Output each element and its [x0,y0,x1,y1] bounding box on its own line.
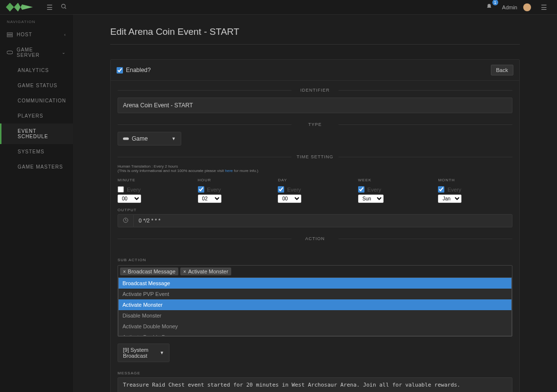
sub-action-multiselect[interactable]: ×Broadcast Message ×Activate Monster Bro… [118,265,512,337]
type-section-label: TYPE [118,122,512,127]
dropdown-option[interactable]: Broadcast Message [119,278,511,289]
channel-select[interactable]: [9] System Broadcast ▼ [118,343,170,362]
dropdown-option[interactable]: Activate Double Drop [119,332,511,336]
day-column: DAY Every 00 [278,178,352,203]
svg-rect-3 [7,35,13,37]
type-select[interactable]: Game ▼ [118,132,181,146]
caret-down-icon: ▼ [160,350,164,355]
search-icon[interactable] [57,1,71,13]
main-content: Edit Arena Coin Event - START Enabled? B… [73,15,557,392]
chevron-down-icon: ⌄ [62,50,66,55]
identifier-input[interactable] [118,98,512,113]
chevron-left-icon: ‹ [64,32,66,37]
caret-down-icon: ▼ [171,136,176,141]
day-every-checkbox[interactable] [278,186,284,193]
dropdown-option[interactable]: Activate PVP Event [119,289,511,299]
page-title: Edit Arena Coin Event - START [110,26,520,45]
nav-host[interactable]: HOST ‹ [0,27,73,42]
topbar-menu-button[interactable]: ☰ [537,1,551,13]
back-button[interactable]: Back [491,65,513,75]
translation-note: Human Translation : Every 2 hours (This … [118,164,512,173]
nav-analytics[interactable]: ANALYTICS [0,63,73,78]
minute-select[interactable]: 00 [118,195,141,203]
sub-action-dropdown: Broadcast Message Activate PVP Event Act… [118,277,512,336]
minute-every-checkbox[interactable] [118,186,124,193]
gamepad-icon [7,50,13,55]
enabled-checkbox-label[interactable]: Enabled? [117,67,151,74]
time-setting-section-label: TIME SETTING [118,154,512,159]
admin-label: Admin [502,4,517,10]
clock-icon [118,214,134,227]
nav-section-title: NAVIGATION [0,15,73,27]
nav-systems[interactable]: SYSTEMS [0,144,73,159]
week-every-checkbox[interactable] [358,186,364,193]
avatar[interactable] [523,3,531,11]
notification-badge: 1 [492,0,498,5]
output-label: OUTPUT [118,208,512,212]
month-every-checkbox[interactable] [438,186,444,193]
svg-rect-2 [7,33,13,34]
week-column: WEEK Every Sun [358,178,433,203]
tag-broadcast-message: ×Broadcast Message [120,268,178,275]
nav-event-schedule[interactable]: EVENT SCHEDULE [0,123,73,144]
translation-help-link[interactable]: here [225,169,233,173]
enabled-checkbox[interactable] [117,67,123,74]
nav-game-masters[interactable]: GAME MASTERS [0,159,73,174]
form-panel: Enabled? Back IDENTIFIER TYPE Game ▼ TIM… [110,59,520,392]
month-select[interactable]: Jan [438,195,461,203]
hour-column: HOUR Every 02 [198,178,272,203]
message-label: MESSAGE [118,371,512,375]
hour-select[interactable]: 02 [198,195,221,203]
notifications-button[interactable]: 1 [482,1,496,13]
nav-game-status[interactable]: GAME STATUS [0,78,73,93]
minute-column: MINUTE Every 00 [118,178,192,203]
logo [6,3,33,12]
remove-tag-button[interactable]: × [183,269,186,274]
identifier-section-label: IDENTIFIER [118,88,512,93]
sub-action-label: SUB ACTION [118,258,512,262]
dropdown-option[interactable]: Activate Double Money [119,321,511,332]
week-select[interactable]: Sun [358,195,384,203]
month-column: MONTH Every Jan [438,178,512,203]
day-select[interactable]: 00 [278,195,301,203]
server-icon [7,32,13,37]
action-section-label: ACTION [118,236,512,241]
remove-tag-button[interactable]: × [123,269,126,274]
message-textarea[interactable]: Treasure Raid Chest event started for 20… [118,377,512,392]
topbar: ☰ 1 Admin ☰ [0,0,557,15]
nav-game-server[interactable]: GAME SERVER ⌄ [0,42,73,63]
nav-players[interactable]: PLAYERS [0,108,73,123]
dropdown-option[interactable]: Activate Monster [119,299,511,310]
dropdown-option[interactable]: Disable Monster [119,310,511,321]
svg-rect-5 [123,137,129,140]
svg-rect-4 [7,51,13,54]
tag-activate-monster: ×Activate Monster [180,268,231,275]
svg-line-1 [65,7,66,9]
gamepad-icon [123,135,129,142]
sidebar-toggle-button[interactable]: ☰ [43,1,57,13]
hour-every-checkbox[interactable] [198,186,204,193]
sidebar: NAVIGATION HOST ‹ GAME SERVER ⌄ ANALYTIC… [0,15,73,392]
svg-point-0 [62,4,66,8]
output-value: 0 */2 * * * [134,214,512,227]
nav-communication[interactable]: COMMUNICATION [0,93,73,108]
